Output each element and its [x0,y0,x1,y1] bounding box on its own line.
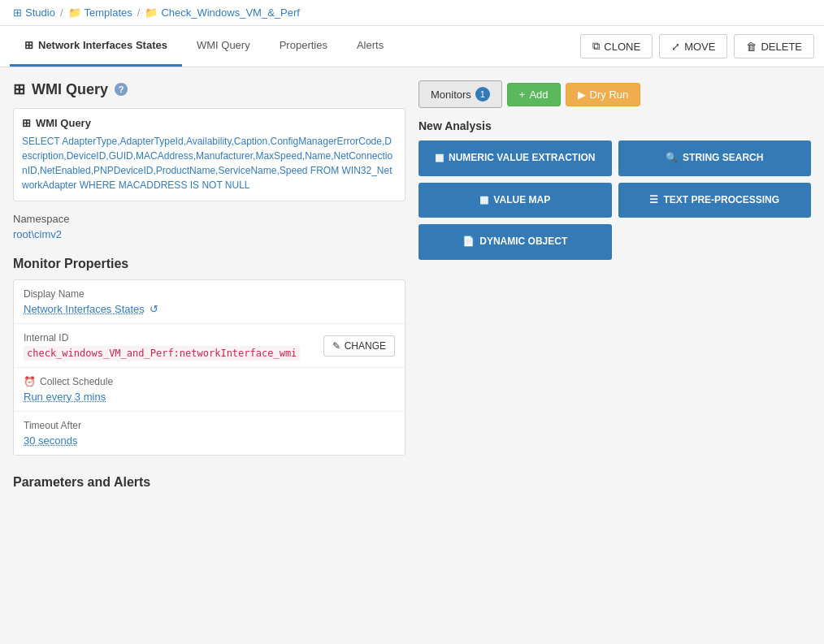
display-name-value[interactable]: Network Interfaces States [24,303,145,315]
map-icon: ▦ [479,194,488,207]
query-box-title: ⊞ WMI Query [22,117,397,129]
help-icon[interactable]: ? [115,83,128,96]
properties-table: Display Name Network Interfaces States ↺… [13,279,405,456]
monitors-tab[interactable]: Monitors 1 [419,80,502,108]
dynamic-object-btn[interactable]: 📄 DYNAMIC OBJECT [419,224,612,260]
tab-network-interfaces[interactable]: ⊞ Network Interfaces States [10,26,182,67]
numeric-value-btn[interactable]: ▦ NUMERIC VALUE EXTRACTION [419,140,612,176]
clone-icon: ⧉ [592,40,600,53]
internal-id-row: Internal ID check_windows_VM_and_Perf:ne… [14,324,405,368]
play-icon: ▶ [578,89,586,101]
numeric-icon: ▦ [435,152,444,165]
query-box: ⊞ WMI Query SELECT AdapterType,AdapterTy… [13,108,405,201]
folder-icon-2: 📁 [145,6,158,19]
home-icon: ⊞ [13,6,22,19]
tab-bar-left: ⊞ Network Interfaces States WMI Query Pr… [10,26,398,67]
clone-button[interactable]: ⧉ CLONE [580,34,653,58]
refresh-icon[interactable]: ↺ [150,303,158,315]
monitors-badge: 1 [475,87,490,102]
windows-icon-tab: ⊞ [24,39,33,51]
display-name-label: Display Name [24,288,395,300]
change-button[interactable]: ✎ CHANGE [323,335,395,357]
timeout-value[interactable]: 30 seconds [24,434,395,447]
windows-icon-wmi: ⊞ [13,80,25,98]
namespace-value: root\cimv2 [13,228,405,240]
namespace-label: Namespace [13,213,405,225]
internal-id-left: Internal ID check_windows_VM_and_Perf:ne… [24,332,300,359]
delete-button[interactable]: 🗑 DELETE [734,34,814,58]
namespace-section: Namespace root\cimv2 [13,213,405,240]
edit-icon: ✎ [332,340,340,352]
internal-id-label: Internal ID [24,332,300,344]
monitor-properties-title: Monitor Properties [13,257,405,271]
internal-id-inner: Internal ID check_windows_VM_and_Perf:ne… [24,332,395,359]
timeout-label: Timeout After [24,420,395,431]
breadcrumb-studio[interactable]: ⊞ Studio [13,6,55,19]
tab-bar: ⊞ Network Interfaces States WMI Query Pr… [0,26,824,67]
search-icon: 🔍 [666,152,678,165]
breadcrumb: ⊞ Studio / 📁 Templates / 📁 Check_Windows… [0,0,824,26]
tab-alerts[interactable]: Alerts [342,26,398,67]
query-text: SELECT AdapterType,AdapterTypeId,Availab… [22,134,397,192]
left-panel: ⊞ WMI Query ? ⊞ WMI Query SELECT Adapter… [13,80,405,490]
right-panel: Monitors 1 + Add ▶ Dry Run New Analysis … [419,80,811,490]
collect-schedule-label: ⏰ Collect Schedule [24,376,395,387]
main-content: ⊞ WMI Query ? ⊞ WMI Query SELECT Adapter… [0,67,824,503]
text-preprocessing-btn[interactable]: ☰ TEXT PRE-PROCESSING [618,183,812,218]
collect-schedule-row: ⏰ Collect Schedule Run every 3 mins [14,368,405,412]
parameters-title: Parameters and Alerts [13,475,405,490]
value-map-btn[interactable]: ▦ VALUE MAP [419,183,612,218]
object-icon: 📄 [462,236,475,249]
tab-properties[interactable]: Properties [265,26,342,67]
clock-icon: ⏰ [24,376,36,387]
analysis-grid: ▦ NUMERIC VALUE EXTRACTION 🔍 STRING SEAR… [419,140,811,260]
add-button[interactable]: + Add [507,83,561,106]
folder-icon: 📁 [68,6,81,19]
move-button[interactable]: ⤢ MOVE [659,34,727,58]
wmi-query-title: ⊞ WMI Query ? [13,80,405,98]
string-search-btn[interactable]: 🔍 STRING SEARCH [618,140,812,176]
windows-icon-query: ⊞ [22,117,31,129]
breadcrumb-templates[interactable]: 📁 Templates [68,6,132,19]
internal-id-value: check_windows_VM_and_Perf:networkInterfa… [24,346,300,361]
move-icon: ⤢ [671,41,680,53]
monitors-bar: Monitors 1 + Add ▶ Dry Run [419,80,811,108]
collect-schedule-value[interactable]: Run every 3 mins [24,391,395,403]
delete-icon: 🗑 [746,41,757,53]
tab-wmi-query[interactable]: WMI Query [182,26,265,67]
dry-run-button[interactable]: ▶ Dry Run [566,83,641,106]
new-analysis-title: New Analysis [419,119,811,132]
timeout-row: Timeout After 30 seconds [14,412,405,455]
plus-icon: + [519,89,526,101]
text-icon: ☰ [649,194,658,207]
display-name-row: Display Name Network Interfaces States ↺ [14,280,405,324]
breadcrumb-check-windows[interactable]: 📁 Check_Windows_VM_&_Perf [145,6,300,19]
tab-bar-right: ⧉ CLONE ⤢ MOVE 🗑 DELETE [580,34,814,58]
